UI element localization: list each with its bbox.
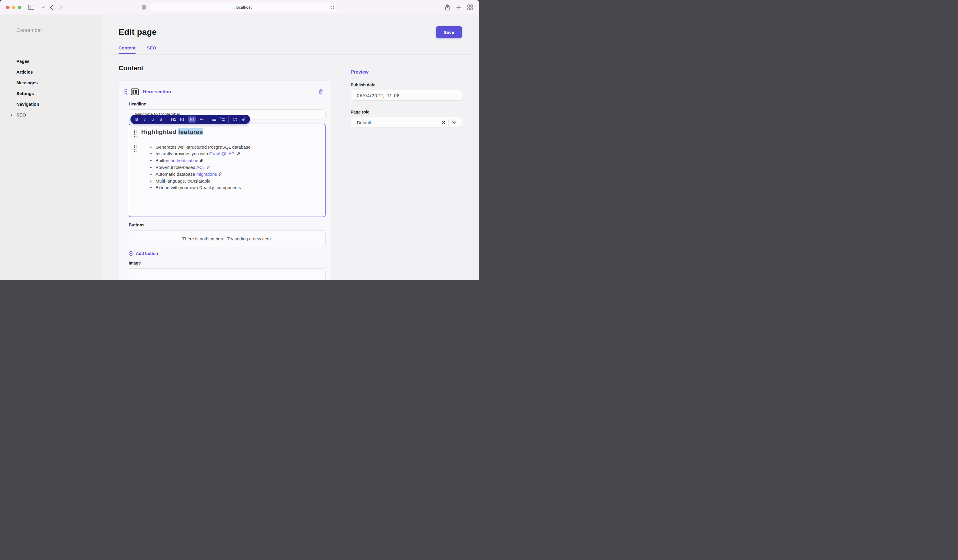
page-role-select[interactable]: Default — [351, 117, 462, 128]
hero-block-title[interactable]: Hero section — [143, 89, 171, 94]
bullet-list-icon[interactable] — [212, 116, 216, 123]
new-tab-icon[interactable] — [456, 5, 462, 10]
drag-handle-icon[interactable] — [134, 145, 136, 152]
drag-handle-icon[interactable] — [124, 89, 127, 95]
page-title: Edit page — [119, 27, 157, 37]
content-section-title: Content — [119, 64, 331, 72]
richtext-toolbar: B I U S H1 H2 H3 H4 — [130, 115, 250, 124]
privacy-shield-icon[interactable] — [141, 5, 146, 10]
address-bar[interactable]: localhost — [150, 3, 338, 12]
image-dropzone[interactable]: Select files to upload — [129, 268, 325, 280]
sidebar-item-pages[interactable]: Pages — [16, 56, 102, 67]
sidebar-item-seo[interactable]: › SEO — [16, 109, 102, 120]
list-item: Instantly provides you with GraphQL API — [150, 151, 251, 157]
publish-date-label: Publish date — [351, 82, 462, 87]
ordered-list-icon[interactable]: 1 2 — [220, 116, 225, 123]
delete-block-icon[interactable] — [319, 89, 323, 94]
browser-toolbar: localhost — [0, 0, 479, 15]
sidebar-toggle-icon[interactable] — [28, 5, 34, 10]
circled-plus-icon — [129, 251, 133, 256]
heading1-button[interactable]: H1 — [171, 116, 176, 123]
sidebar-menu-chevron-icon[interactable] — [42, 6, 45, 8]
image-label: Image — [129, 261, 325, 265]
publish-date-input[interactable]: 05/04/2022, 11:08 — [351, 90, 462, 101]
richtext-editor[interactable]: Highlighted features Generates well-stru… — [129, 124, 325, 217]
link-icon — [218, 171, 222, 178]
bold-button[interactable]: B — [135, 116, 139, 123]
link-icon — [206, 164, 210, 171]
traffic-lights — [6, 6, 21, 9]
feature-list: Generates well-structured PosgreSQL data… — [150, 144, 251, 191]
toolbar-separator — [208, 116, 208, 123]
list-item: Extend with your own React.js components — [150, 184, 251, 191]
list-item: Multi-language, translatable — [150, 178, 251, 184]
link-icon — [200, 157, 203, 164]
inline-link[interactable]: ACL — [196, 165, 205, 170]
tab-overview-icon[interactable] — [467, 5, 473, 10]
strikethrough-button[interactable]: S — [159, 116, 163, 123]
list-item: Powerful role-based ACL — [150, 164, 251, 171]
preview-link[interactable]: Preview — [351, 70, 368, 75]
inline-link[interactable]: GraphQL API — [209, 151, 236, 156]
chevron-down-icon[interactable] — [449, 121, 458, 124]
link-toolbar-icon[interactable] — [241, 116, 246, 123]
sidebar-item-navigation[interactable]: Navigation — [16, 98, 102, 109]
buttons-label: Buttons — [129, 222, 325, 227]
inline-link[interactable]: authentication — [170, 158, 198, 163]
hero-section-card: Hero section — [119, 81, 331, 280]
text-selection: features — [178, 128, 203, 135]
app-sidebar: Contember Pages Articles Messages Settin… — [0, 15, 102, 280]
buttons-empty-state: There is nothing here. Try adding a new … — [129, 230, 325, 247]
minimize-window-button[interactable] — [12, 6, 16, 9]
heading3-button-active[interactable]: H3 — [188, 116, 196, 123]
toolbar-separator — [228, 116, 229, 123]
code-icon[interactable] — [233, 116, 238, 123]
reload-icon[interactable] — [330, 5, 335, 10]
clear-selection-icon[interactable] — [439, 121, 448, 124]
sidebar-item-messages[interactable]: Messages — [16, 77, 102, 88]
back-button[interactable] — [50, 5, 53, 10]
page-role-label: Page role — [351, 109, 462, 114]
close-window-button[interactable] — [6, 6, 10, 9]
inline-link[interactable]: migrations — [196, 171, 217, 177]
list-item: Generates well-structured PosgreSQL data… — [150, 144, 251, 151]
heading4-button[interactable]: H4 — [200, 116, 204, 123]
italic-button[interactable]: I — [143, 116, 147, 123]
drag-handle-icon[interactable] — [134, 130, 136, 137]
tab-content[interactable]: Content — [119, 45, 136, 54]
headline-label: Headline — [129, 102, 325, 106]
zoom-window-button[interactable] — [18, 6, 21, 9]
hero-block-icon — [131, 89, 139, 95]
tab-bar: Content SEO — [119, 45, 462, 54]
toolbar-separator — [167, 116, 167, 123]
list-item: Automatic database migrations — [150, 171, 251, 178]
share-icon[interactable] — [445, 4, 450, 11]
add-button-action[interactable]: Add button — [129, 251, 158, 256]
svg-text:2: 2 — [220, 119, 221, 122]
sidebar-item-settings[interactable]: Settings — [16, 88, 102, 98]
publish-date-value: 05/04/2022, 11:08 — [357, 93, 400, 98]
tab-seo[interactable]: SEO — [147, 45, 156, 54]
brand-logo: Contember — [16, 27, 102, 33]
list-item: Built-in authentication — [150, 157, 251, 164]
link-icon — [237, 151, 241, 157]
heading2-button[interactable]: H2 — [180, 116, 184, 123]
editor-heading: Highlighted features — [141, 128, 203, 135]
sidebar-nav: Pages Articles Messages Settings Navigat… — [16, 56, 102, 120]
forward-button[interactable] — [59, 5, 63, 10]
browser-window: localhost — [0, 0, 479, 280]
save-button[interactable]: Save — [436, 26, 462, 38]
underline-button[interactable]: U — [151, 116, 155, 123]
sidebar-item-articles[interactable]: Articles — [16, 67, 102, 77]
address-bar-url: localhost — [236, 5, 251, 10]
sidebar-divider — [16, 44, 102, 44]
chevron-right-icon: › — [11, 113, 12, 117]
page-role-value: Default — [357, 120, 439, 125]
